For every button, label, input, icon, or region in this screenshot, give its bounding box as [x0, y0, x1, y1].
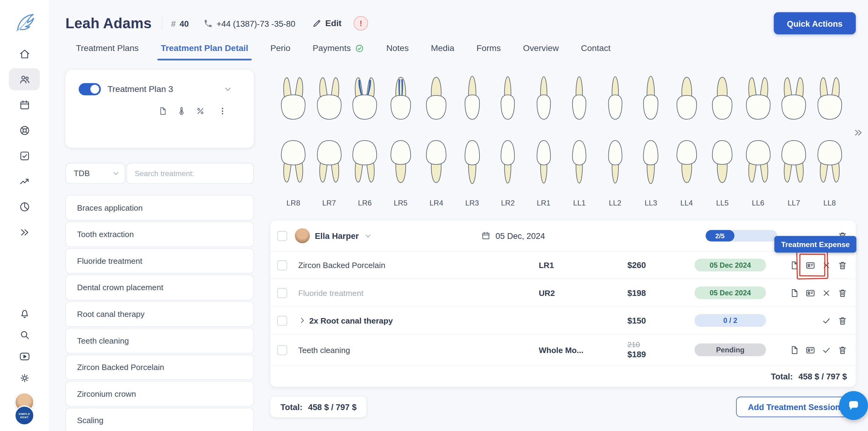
- plan-toggle[interactable]: [79, 83, 101, 95]
- tooth-upper-10[interactable]: [597, 71, 633, 122]
- sidebar-item-home[interactable]: [9, 43, 40, 65]
- row-checkbox[interactable]: [277, 315, 287, 325]
- sidebar-item-quick-nav[interactable]: [9, 221, 40, 243]
- document-icon[interactable]: [789, 260, 800, 270]
- tooth-LL6[interactable]: [740, 138, 776, 189]
- sidebar-item-patients[interactable]: [9, 68, 40, 90]
- sidebar-item-reports[interactable]: [9, 196, 40, 218]
- remove-icon[interactable]: [822, 260, 832, 270]
- sidebar-item-settings[interactable]: [9, 369, 40, 388]
- complete-icon[interactable]: [822, 345, 832, 355]
- tooth-upper-5[interactable]: [418, 71, 454, 122]
- expand-row-icon[interactable]: [298, 316, 306, 324]
- session-patient[interactable]: Ella Harper: [287, 228, 481, 243]
- sidebar-item-notifications[interactable]: [9, 304, 40, 323]
- document-icon[interactable]: [789, 288, 800, 298]
- sidebar-item-support[interactable]: [9, 119, 40, 141]
- alert-icon[interactable]: !: [353, 16, 368, 30]
- tab-overview[interactable]: Overview: [523, 43, 559, 60]
- delete-icon[interactable]: [838, 260, 848, 270]
- expense-icon[interactable]: [806, 260, 815, 270]
- sidebar-item-search[interactable]: [9, 325, 40, 345]
- treatment-list-item[interactable]: Scaling: [65, 408, 254, 431]
- tooth-upper-4[interactable]: [383, 71, 418, 122]
- tab-contact[interactable]: Contact: [581, 43, 611, 60]
- tab-perio[interactable]: Perio: [270, 43, 290, 60]
- chat-button[interactable]: [839, 391, 868, 420]
- brand-logo[interactable]: [13, 11, 36, 35]
- profile-menu[interactable]: SIMPLE DENT: [14, 392, 35, 426]
- chevron-down-icon[interactable]: [223, 84, 233, 94]
- treatment-list-item[interactable]: Fluoride treatment: [65, 248, 254, 274]
- expense-icon[interactable]: [806, 345, 815, 355]
- tooth-upper-12[interactable]: [669, 71, 705, 122]
- session-checkbox[interactable]: [277, 231, 287, 241]
- treatment-search-input[interactable]: [126, 163, 254, 184]
- add-treatment-session-button[interactable]: Add Treatment Session: [736, 397, 852, 418]
- tooth-upper-8[interactable]: [526, 71, 561, 122]
- treatment-list-item[interactable]: Dental crown placement: [65, 275, 254, 300]
- tooth-LR7[interactable]: [311, 138, 347, 189]
- tooth-LL7[interactable]: [776, 138, 812, 189]
- tab-media[interactable]: Media: [431, 43, 454, 60]
- sidebar-item-tutorials[interactable]: [9, 347, 40, 366]
- tooth-upper-3[interactable]: [347, 71, 383, 122]
- tooth-upper-11[interactable]: [633, 71, 669, 122]
- tooth-LR1[interactable]: [526, 138, 561, 189]
- tab-treatment-plan-detail[interactable]: Treatment Plan Detail: [161, 43, 248, 60]
- sidebar-item-tasks[interactable]: [9, 144, 40, 167]
- tooth-LR2[interactable]: [490, 138, 526, 189]
- tooth-upper-1[interactable]: [275, 71, 311, 122]
- tooth-upper-6[interactable]: [454, 71, 490, 122]
- chevron-down-icon[interactable]: [364, 231, 372, 240]
- expense-icon[interactable]: [806, 288, 815, 298]
- percent-icon[interactable]: [196, 106, 205, 116]
- tab-forms[interactable]: Forms: [476, 43, 501, 60]
- tooth-LL2[interactable]: [597, 138, 633, 189]
- tooth-LL8[interactable]: [812, 138, 848, 189]
- tooth-upper-15[interactable]: [776, 71, 812, 122]
- delete-icon[interactable]: [838, 288, 848, 298]
- row-checkbox[interactable]: [277, 288, 287, 298]
- document-icon[interactable]: [789, 345, 800, 355]
- doc-icon[interactable]: [158, 106, 167, 116]
- treatment-db-select[interactable]: TDB: [65, 163, 125, 184]
- tab-treatment-plans[interactable]: Treatment Plans: [76, 43, 138, 60]
- tooth-upper-7[interactable]: [490, 71, 526, 122]
- tooth-LR6[interactable]: [347, 138, 383, 189]
- tooth-upper-2[interactable]: [311, 71, 347, 122]
- treatment-list-item[interactable]: Zirconium crown: [65, 381, 254, 407]
- expand-chart-button[interactable]: [853, 127, 864, 138]
- tooth-upper-14[interactable]: [740, 71, 776, 122]
- tooth-upper-9[interactable]: [561, 71, 597, 122]
- tab-notes[interactable]: Notes: [386, 43, 409, 60]
- tooth-LR4[interactable]: [418, 138, 454, 189]
- delete-icon[interactable]: [838, 345, 848, 355]
- treatment-list-item[interactable]: Braces application: [65, 195, 254, 220]
- tooth-LL4[interactable]: [669, 138, 705, 189]
- tooth-LR8[interactable]: [275, 138, 311, 189]
- tab-payments[interactable]: Payments: [313, 43, 364, 60]
- treatment-list-item[interactable]: Root canal therapy: [65, 301, 254, 327]
- tooth-upper-16[interactable]: [812, 71, 848, 122]
- tooth-LL3[interactable]: [633, 138, 669, 189]
- tooth-LL1[interactable]: [561, 138, 597, 189]
- tooth-LR3[interactable]: [454, 138, 490, 189]
- row-checkbox[interactable]: [277, 345, 287, 355]
- delete-icon[interactable]: [838, 315, 848, 325]
- treatment-list-item[interactable]: Tooth extraction: [65, 222, 254, 247]
- tooth-LL5[interactable]: [705, 138, 740, 189]
- sidebar-item-calendar[interactable]: [9, 93, 40, 116]
- row-checkbox[interactable]: [277, 260, 287, 270]
- kebab-menu-icon[interactable]: [218, 106, 227, 116]
- tooth-upper-13[interactable]: [705, 71, 740, 122]
- quick-actions-button[interactable]: Quick Actions: [774, 12, 856, 34]
- tooth-LR5[interactable]: [383, 138, 418, 189]
- complete-icon[interactable]: [822, 315, 832, 325]
- sidebar-item-analytics[interactable]: [9, 170, 40, 192]
- session-date[interactable]: 05 Dec, 2024: [481, 231, 545, 240]
- thermometer-icon[interactable]: [177, 106, 186, 116]
- treatment-list-item[interactable]: Zircon Backed Porcelain: [65, 354, 254, 380]
- edit-button[interactable]: Edit: [312, 18, 341, 28]
- remove-icon[interactable]: [822, 288, 832, 298]
